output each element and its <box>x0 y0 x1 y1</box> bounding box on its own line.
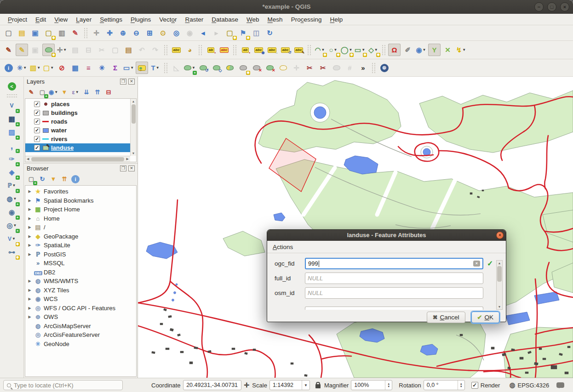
open-project-icon[interactable]: ▤ <box>16 27 28 39</box>
metasearch-icon[interactable]: ⊚ <box>378 62 390 74</box>
expand-arrow-icon[interactable]: ▶ <box>27 297 32 301</box>
browser-item-postgis[interactable]: ▶ℙPostGIS <box>25 250 136 259</box>
expand-arrow-icon[interactable]: ▶ <box>27 306 32 310</box>
expand-arrow-icon[interactable]: ▶ <box>27 243 32 247</box>
save-project-icon[interactable]: ▣ <box>29 27 41 39</box>
show-layout-manager-icon[interactable]: ▥ <box>56 27 68 39</box>
delete-ring-icon[interactable]: ✕ <box>250 62 263 74</box>
dialog-close-icon[interactable]: × <box>496 232 504 239</box>
menu-plugins[interactable]: Plugins <box>126 14 155 25</box>
collapse-all-icon[interactable]: ⇈ <box>92 87 103 97</box>
new-spatial-bookmark-icon[interactable]: ▢✱ <box>223 27 236 39</box>
offset-curve-icon[interactable] <box>277 62 289 74</box>
menu-mesh[interactable]: Mesh <box>264 14 287 25</box>
magnifier-spinbox[interactable]: 100% ▲▼ <box>351 380 392 390</box>
map-tips-icon[interactable] <box>136 62 148 74</box>
browser-item--[interactable]: ▶▤/ <box>25 223 136 232</box>
browser-item-arcgisfeatureserver[interactable]: ◎ArcGisFeatureServer <box>25 330 136 340</box>
refresh-map-icon[interactable]: ↻ <box>264 27 276 39</box>
dialog-title-bar[interactable]: landuse - Feature Attributes × <box>267 230 506 241</box>
menu-raster[interactable]: Raster <box>181 14 208 25</box>
browser-item-db2[interactable]: DB2DB2 <box>25 268 136 277</box>
stream-digitizing-icon[interactable]: ✐ <box>401 44 414 56</box>
identify-features-icon[interactable]: i <box>2 62 15 74</box>
expand-arrow-icon[interactable]: ▶ <box>27 288 32 292</box>
clear-field-icon[interactable]: × <box>473 261 480 267</box>
expand-arrow-icon[interactable]: ▶ <box>27 207 32 211</box>
zoom-out-icon[interactable]: ⊖ <box>130 27 143 39</box>
split-parts-icon[interactable]: ✂ <box>317 62 329 74</box>
add-delimited-text-layer-icon[interactable]: ,+ <box>5 139 19 152</box>
layers-horizontal-scrollbar[interactable]: ◀▶ <box>25 156 130 162</box>
menu-vector[interactable]: Vector <box>155 14 181 25</box>
add-vector-layer-icon[interactable]: V+ <box>5 99 19 112</box>
measure-line-icon[interactable]: ▭▼ <box>122 62 135 74</box>
layer-item-landuse[interactable]: ✓✎landuse <box>25 143 136 152</box>
highlight-pinned-labels-icon[interactable]: abc <box>218 44 230 56</box>
crs-globe-icon[interactable]: ◍ <box>509 381 515 389</box>
pan-to-selection-icon[interactable]: ✚ <box>103 27 116 39</box>
filter-legend-by-expression-icon[interactable]: ε▼ <box>70 87 80 97</box>
select-features-icon[interactable]: ▧▼ <box>29 62 41 74</box>
add-mesh-layer-icon[interactable]: ▨+ <box>5 125 19 139</box>
add-postgis-layer-icon[interactable]: ℙ+▼ <box>5 179 19 192</box>
delete-part-icon[interactable]: ✕ <box>264 62 276 74</box>
browser-item-xyz-tiles[interactable]: ▶◍XYZ Tiles <box>25 286 136 295</box>
show-statistical-summary-icon[interactable]: Σ <box>109 62 121 74</box>
rotate-label-icon[interactable]: abc↺ <box>279 44 292 56</box>
layer-checkbox-roads[interactable]: ✓ <box>34 119 40 125</box>
menu-settings[interactable]: Settings <box>96 14 126 25</box>
split-features-icon[interactable]: ✂ <box>304 62 316 74</box>
layer-item-roads[interactable]: ✓roads <box>25 117 136 126</box>
menu-help[interactable]: Help <box>326 14 347 25</box>
chevron-down-icon[interactable]: ▼ <box>302 381 309 390</box>
menu-layer[interactable]: Layer <box>72 14 96 25</box>
toggle-editing-icon[interactable]: ✎ <box>16 44 28 56</box>
open-data-source-manager-icon[interactable]: < <box>5 80 19 93</box>
layers-panel-float-icon[interactable]: ❐ <box>120 79 126 85</box>
dialog-scrollbar[interactable]: ▲▼ <box>496 260 503 310</box>
paste-features-icon[interactable]: ▤ <box>122 44 135 56</box>
add-group-icon[interactable]: ▢+ <box>37 87 47 97</box>
browser-item-spatial-bookmarks[interactable]: ▶⚑Spatial Bookmarks <box>25 196 136 205</box>
deselect-features-icon[interactable]: ⊘ <box>56 62 68 74</box>
osm-id-input[interactable]: NULL <box>305 287 483 299</box>
zoom-last-icon[interactable]: ◂ <box>197 27 209 39</box>
browser-item-favorites[interactable]: ▶★Favorites <box>25 187 136 196</box>
browser-item-home[interactable]: ▶⌂Home <box>25 214 136 223</box>
layer-checkbox-places[interactable]: ✓ <box>34 101 40 107</box>
add-virtual-layer-icon[interactable]: ◈+ <box>5 165 19 179</box>
add-raster-layer-icon[interactable]: ▦+ <box>5 112 19 125</box>
browser-properties-icon[interactable]: i <box>70 174 80 184</box>
filter-legend-icon[interactable]: ▼ <box>59 87 69 97</box>
processing-toolbox-icon[interactable]: ✳ <box>96 62 108 74</box>
zoom-to-selection-icon[interactable]: ⊙ <box>157 27 169 39</box>
add-regular-polygon-icon[interactable]: ◇✱▼ <box>367 44 379 56</box>
current-edits-icon[interactable]: ✎ <box>2 44 15 56</box>
expand-arrow-icon[interactable]: ▶ <box>27 225 32 229</box>
actions-menu[interactable]: Actions <box>273 244 293 250</box>
layer-item-water[interactable]: ✓water <box>25 126 136 135</box>
expand-arrow-icon[interactable]: ▶ <box>27 216 32 221</box>
spin-arrows-icon[interactable]: ▲▼ <box>458 381 464 390</box>
add-polygon-feature-icon[interactable]: ✱ <box>42 44 55 56</box>
maximize-button[interactable]: □ <box>547 2 556 11</box>
menu-view[interactable]: View <box>50 14 72 25</box>
open-attribute-table-icon[interactable]: ▦ <box>69 62 81 74</box>
show-spatial-bookmarks-icon[interactable]: ⚑✱ <box>237 27 249 39</box>
spin-arrows-icon[interactable]: ▲▼ <box>385 381 392 390</box>
locate-input[interactable]: Type to locate (Ctrl+K) <box>3 380 123 390</box>
close-button[interactable]: × <box>560 2 569 11</box>
enable-snapping-icon[interactable]: Ω <box>388 44 401 56</box>
map-canvas[interactable] <box>138 77 573 378</box>
refresh-browser-icon[interactable]: ↻ <box>37 174 47 184</box>
layers-vertical-scrollbar[interactable]: ▲ ▼ <box>130 99 136 156</box>
topological-editing-icon[interactable]: ◉▼ <box>415 44 427 56</box>
layer-item-places[interactable]: ✓places <box>25 100 136 108</box>
browser-item-project-home[interactable]: ▶▦Project Home <box>25 205 136 214</box>
new-gpx-layer-icon[interactable]: ⊶✱ <box>5 245 19 259</box>
browser-item-wcs[interactable]: ▶◉WCS <box>25 295 136 304</box>
show-hide-labels-icon[interactable]: abc◉ <box>252 44 265 56</box>
add-wfs-layer-icon[interactable]: ◎+▼ <box>5 219 19 232</box>
layer-diagram-options-icon[interactable]: ◕ <box>183 44 196 56</box>
